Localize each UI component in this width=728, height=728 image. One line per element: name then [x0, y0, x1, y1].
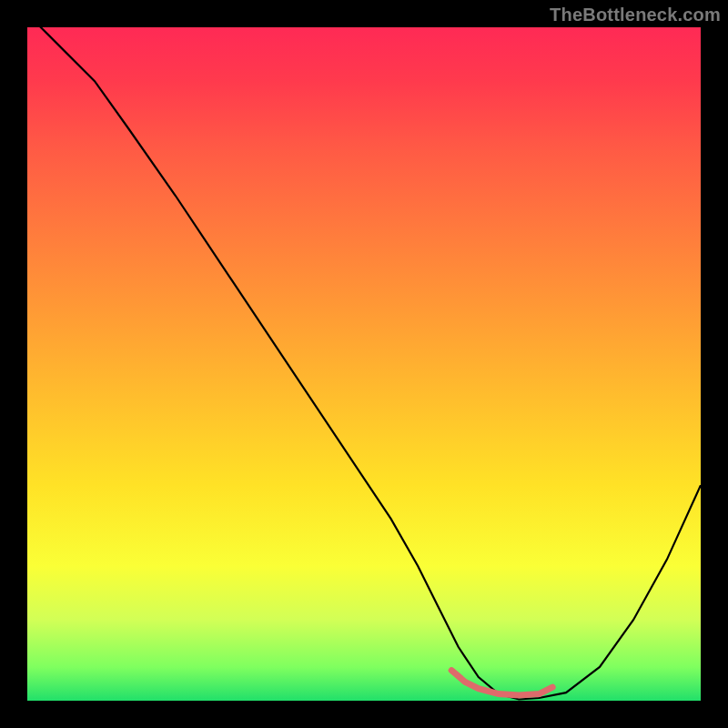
- chart-stage: TheBottleneck.com: [0, 0, 728, 728]
- watermark-text: TheBottleneck.com: [550, 5, 721, 25]
- gradient-plot-area: [27, 27, 701, 701]
